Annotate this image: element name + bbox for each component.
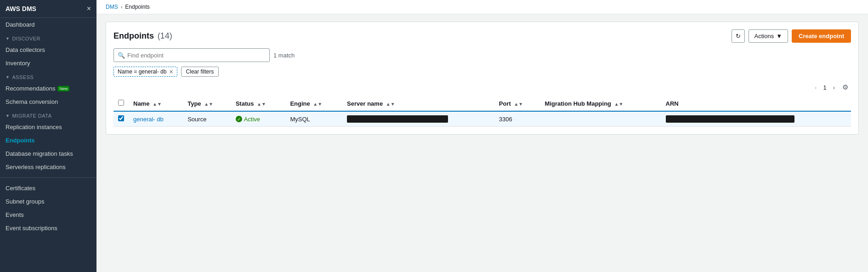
breadcrumb: DMS › Endpoints <box>96 0 868 14</box>
clear-filters-button[interactable]: Clear filters <box>181 67 219 77</box>
card-header: Endpoints (14) ↻ Actions ▼ Create endpoi… <box>113 29 851 43</box>
new-badge: New <box>57 86 69 91</box>
sidebar-item-label: Certificates <box>6 185 35 192</box>
endpoint-name-link[interactable]: general- db <box>133 116 164 123</box>
header-checkbox-col <box>113 96 129 111</box>
header-engine[interactable]: Engine ▲▼ <box>285 96 342 111</box>
endpoint-engine: MySQL <box>290 116 310 123</box>
sidebar-item-event-subscriptions[interactable]: Event subscriptions <box>0 221 96 235</box>
filter-row: 🔍 1 match <box>113 48 851 62</box>
card-title: Endpoints <box>113 31 154 40</box>
status-active-icon: ✓ <box>236 116 242 122</box>
row-engine-cell: MySQL <box>285 111 342 127</box>
main-content: DMS › Endpoints Endpoints (14) ↻ Actions… <box>96 0 868 272</box>
sidebar-item-serverless-replications[interactable]: Serverless replications <box>0 160 96 174</box>
endpoints-table: Name ▲▼ Type ▲▼ Status ▲▼ <box>113 96 851 127</box>
sidebar: AWS DMS × Dashboard ▼ Discover Data coll… <box>0 0 96 272</box>
sidebar-close-button[interactable]: × <box>87 5 91 13</box>
sort-icon-status: ▲▼ <box>257 102 266 107</box>
breadcrumb-parent-link[interactable]: DMS <box>106 4 118 10</box>
sidebar-item-label: Serverless replications <box>6 164 66 170</box>
header-type[interactable]: Type ▲▼ <box>183 96 231 111</box>
sidebar-item-label: Endpoints <box>6 137 35 144</box>
sidebar-item-label: Recommendations <box>6 85 55 92</box>
sort-icon-mhm: ▲▼ <box>614 102 624 107</box>
filter-tag-text: Name = general- db <box>118 68 166 75</box>
sidebar-item-subnet-groups[interactable]: Subnet groups <box>0 195 96 208</box>
filter-tag: Name = general- db × <box>113 67 177 77</box>
row-port-cell: 3306 <box>494 111 540 127</box>
sidebar-section-migrate-data: ▼ Migrate data <box>0 108 96 120</box>
header-status[interactable]: Status ▲▼ <box>231 96 286 111</box>
table-header-row: Name ▲▼ Type ▲▼ Status ▲▼ <box>113 96 851 111</box>
endpoints-card: Endpoints (14) ↻ Actions ▼ Create endpoi… <box>106 22 859 135</box>
header-server-name[interactable]: Server name ▲▼ <box>342 96 494 111</box>
actions-label: Actions <box>755 33 774 40</box>
sidebar-item-certificates[interactable]: Certificates <box>0 181 96 195</box>
sort-icon-port: ▲▼ <box>514 102 523 107</box>
content-area: Endpoints (14) ↻ Actions ▼ Create endpoi… <box>96 14 868 272</box>
sidebar-item-inventory[interactable]: Inventory <box>0 57 96 70</box>
sort-icon-type: ▲▼ <box>204 102 213 107</box>
sidebar-item-label: Data collectors <box>6 46 45 53</box>
select-all-checkbox[interactable] <box>118 100 124 106</box>
actions-button[interactable]: Actions ▼ <box>749 29 789 43</box>
sidebar-item-label: Dashboard <box>6 21 35 28</box>
row-mhm-cell <box>540 111 661 127</box>
header-migration-hub-mapping[interactable]: Migration Hub Mapping ▲▼ <box>540 96 661 111</box>
row-status-cell: ✓ Active <box>231 111 286 127</box>
sort-icon-engine: ▲▼ <box>313 102 322 107</box>
sidebar-item-endpoints[interactable]: Endpoints <box>0 134 96 147</box>
pagination-prev-button[interactable]: ‹ <box>812 83 819 92</box>
sort-icon-server-name: ▲▼ <box>386 102 395 107</box>
actions-chevron-icon: ▼ <box>776 33 782 40</box>
sidebar-item-label: Subnet groups <box>6 198 45 205</box>
breadcrumb-separator: › <box>121 4 123 10</box>
table-row: general- db Source ✓ Active <box>113 111 851 127</box>
row-checkbox-cell <box>113 111 129 127</box>
sidebar-item-recommendations[interactable]: Recommendations New <box>0 82 96 95</box>
sidebar-item-dashboard[interactable]: Dashboard <box>0 18 96 31</box>
row-checkbox[interactable] <box>118 115 124 121</box>
endpoint-arn <box>666 115 794 123</box>
sort-icon-name: ▲▼ <box>153 102 162 107</box>
sidebar-item-label: Database migration tasks <box>6 150 73 157</box>
header-name[interactable]: Name ▲▼ <box>129 96 183 111</box>
sidebar-item-database-migration-tasks[interactable]: Database migration tasks <box>0 147 96 160</box>
create-endpoint-button[interactable]: Create endpoint <box>792 29 851 43</box>
sidebar-section-discover: ▼ Discover <box>0 31 96 43</box>
sidebar-item-label: Schema conversion <box>6 98 58 105</box>
table-settings-button[interactable]: ⚙ <box>840 82 851 92</box>
sidebar-item-schema-conversion[interactable]: Schema conversion <box>0 95 96 108</box>
sidebar-item-replication-instances[interactable]: Replication instances <box>0 120 96 134</box>
sidebar-item-label: Replication instances <box>6 124 62 130</box>
sidebar-header: AWS DMS × <box>0 0 96 18</box>
search-box: 🔍 <box>113 48 270 62</box>
match-count: 1 match <box>273 52 295 59</box>
search-input[interactable] <box>127 52 266 59</box>
endpoint-server-name <box>347 115 448 123</box>
pagination-next-button[interactable]: › <box>830 83 838 92</box>
endpoint-port: 3306 <box>499 116 512 123</box>
refresh-icon: ↻ <box>736 33 741 40</box>
breadcrumb-current: Endpoints <box>125 4 149 10</box>
row-name-cell: general- db <box>129 111 183 127</box>
card-title-group: Endpoints (14) <box>113 31 172 41</box>
sidebar-item-label: Events <box>6 211 24 218</box>
pagination-current-page: 1 <box>821 83 828 92</box>
header-port[interactable]: Port ▲▼ <box>494 96 540 111</box>
filter-tag-remove-button[interactable]: × <box>169 68 173 75</box>
header-arn: ARN <box>661 96 851 111</box>
row-server-name-cell <box>342 111 494 127</box>
sidebar-item-events[interactable]: Events <box>0 208 96 221</box>
row-arn-cell <box>661 111 851 127</box>
table-wrapper: Name ▲▼ Type ▲▼ Status ▲▼ <box>113 96 851 127</box>
sidebar-title: AWS DMS <box>6 5 36 12</box>
sidebar-item-data-collectors[interactable]: Data collectors <box>0 43 96 57</box>
filter-tags-row: Name = general- db × Clear filters <box>113 67 851 77</box>
sidebar-item-label: Event subscriptions <box>6 225 57 232</box>
endpoint-status: ✓ Active <box>236 116 281 123</box>
refresh-button[interactable]: ↻ <box>732 29 745 43</box>
pagination-row: ‹ 1 › ⚙ <box>113 82 851 92</box>
endpoint-type: Source <box>187 116 206 123</box>
